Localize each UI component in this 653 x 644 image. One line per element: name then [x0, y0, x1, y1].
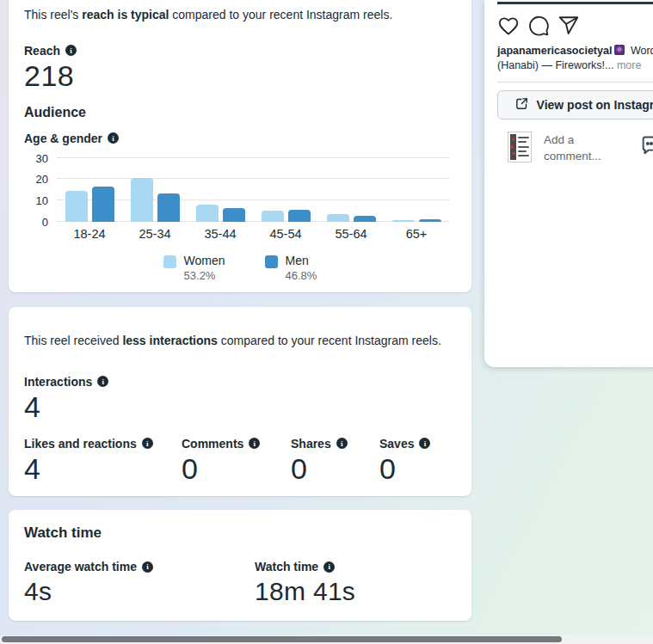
reach-label: Reach	[24, 44, 60, 58]
share-icon	[558, 15, 580, 37]
y-tick-label: 10	[36, 193, 48, 206]
bar-group-45-54	[253, 158, 318, 222]
legend-men: Men 46.8%	[265, 254, 317, 282]
x-tick-label: 35-44	[188, 227, 253, 241]
video-bottom-edge	[497, 2, 653, 4]
chart-y-axis: 0102030	[24, 158, 57, 222]
saves-metric: Savesi 0	[379, 437, 456, 485]
avatar-art	[510, 134, 516, 160]
comments-metric: Commentsi 0	[182, 437, 291, 485]
interactions-label-row: Interactions i	[24, 375, 456, 389]
avg-watch-time-metric: Average watch timei 4s	[24, 560, 255, 606]
legend-women: Women 53.2%	[163, 254, 225, 282]
x-tick-label: 25-34	[122, 227, 188, 241]
y-tick-label: 30	[36, 151, 48, 164]
chart-x-labels: 18-2425-3435-4445-5455-6465+	[57, 227, 449, 241]
post-username[interactable]: japanamericasocietyal	[497, 45, 612, 57]
avg-watch-time-value: 4s	[24, 577, 255, 606]
bar-men-45-54	[288, 210, 311, 222]
interactions-value: 4	[24, 391, 456, 423]
shares-value: 0	[291, 453, 379, 485]
total-watch-time-value: 18m 41s	[255, 577, 355, 606]
saves-label: Saves	[379, 437, 414, 451]
info-icon[interactable]: i	[108, 132, 119, 144]
y-tick-label: 20	[36, 173, 48, 186]
chart-plot	[57, 158, 449, 222]
reach-summary: This reel's reach is typical compared to…	[24, 7, 456, 23]
bar-group-18-24	[57, 158, 122, 222]
bar-women-18-24	[65, 191, 88, 222]
view-post-button[interactable]: View post on Instagram	[497, 90, 653, 120]
bar-group-35-44	[188, 158, 253, 222]
bar-women-25-34	[131, 178, 153, 222]
likes-label: Likes and reactions	[24, 437, 137, 451]
watch-time-row: Average watch timei 4s Watch timei 18m 4…	[24, 560, 456, 606]
bar-men-65+	[419, 219, 441, 222]
x-tick-label: 45-54	[253, 227, 318, 241]
y-tick-label: 0	[42, 215, 48, 228]
post-preview-panel: japanamericasocietyal Word of t (Hanabi)…	[484, 0, 653, 367]
legend-women-label: Women	[184, 254, 225, 267]
interactions-label: Interactions	[24, 375, 92, 389]
audience-heading: Audience	[24, 105, 456, 120]
x-tick-label: 18-24	[57, 227, 122, 241]
x-tick-label: 65+	[384, 227, 449, 241]
info-icon[interactable]: i	[142, 438, 153, 449]
comments-label: Comments	[182, 437, 243, 451]
shares-label: Shares	[291, 437, 331, 451]
chart-groups	[57, 158, 449, 222]
bar-group-55-64	[318, 158, 384, 222]
info-icon[interactable]: i	[97, 376, 108, 387]
horizontal-scrollbar	[0, 635, 653, 644]
bar-women-45-54	[262, 211, 284, 222]
comment-bubble-dots-icon	[639, 134, 653, 162]
bar-men-18-24	[92, 187, 114, 221]
avatar-text-lines	[518, 134, 529, 160]
legend-women-pct: 53.2%	[184, 269, 225, 282]
total-watch-time-label: Watch time	[255, 560, 318, 573]
reach-label-row: Reach i	[24, 44, 456, 58]
post-caption: japanamericasocietyal Word of t (Hanabi)…	[497, 44, 653, 73]
info-icon[interactable]: i	[323, 561, 335, 573]
bar-group-25-34	[122, 158, 188, 222]
interactions-card: This reel received less interactions com…	[9, 307, 471, 496]
comment-icon	[527, 15, 550, 37]
saves-value: 0	[379, 453, 456, 485]
chart-legend: Women 53.2% Men 46.8%	[24, 254, 456, 282]
caption-line1: japanamericasocietyal Word of t	[497, 44, 653, 58]
caption-line2: (Hanabi) — Fireworks!... more	[497, 58, 653, 73]
bar-women-65+	[392, 220, 415, 222]
bar-men-35-44	[223, 208, 245, 222]
commenter-avatar	[508, 132, 532, 163]
x-tick-label: 55-64	[318, 227, 384, 241]
comments-value: 0	[182, 453, 291, 485]
watch-time-heading: Watch time	[24, 524, 456, 542]
caption-more-link[interactable]: more	[617, 59, 641, 71]
women-swatch	[163, 255, 176, 268]
horizontal-scrollbar-thumb[interactable]	[2, 636, 562, 642]
post-action-row	[497, 15, 653, 37]
info-icon[interactable]: i	[336, 438, 348, 449]
info-icon[interactable]: i	[65, 45, 77, 56]
add-comment-field[interactable]: Add a comment...	[544, 132, 611, 165]
age-gender-label: Age & gender	[24, 132, 102, 145]
watch-time-card: Watch time Average watch timei 4s Watch …	[9, 510, 471, 621]
reach-card: This reel's reach is typical compared to…	[9, 0, 471, 292]
legend-men-pct: 46.8%	[286, 269, 317, 282]
info-icon[interactable]: i	[249, 438, 260, 449]
interactions-metrics-row: Likes and reactionsi 4 Commentsi 0 Share…	[24, 437, 456, 485]
bar-women-55-64	[327, 214, 349, 222]
bar-men-55-64	[354, 216, 376, 221]
heart-icon	[497, 15, 520, 37]
info-icon[interactable]: i	[142, 561, 153, 573]
info-icon[interactable]: i	[419, 438, 430, 449]
legend-men-label: Men	[286, 254, 317, 267]
fireworks-emoji	[614, 45, 625, 55]
bar-women-35-44	[196, 205, 219, 221]
age-gender-label-row: Age & gender i	[24, 132, 456, 145]
bar-men-25-34	[157, 193, 180, 222]
comment-row: Add a comment...	[508, 132, 653, 165]
external-link-icon	[514, 96, 529, 113]
avg-watch-time-label: Average watch time	[24, 560, 137, 573]
total-watch-time-metric: Watch timei 18m 41s	[255, 560, 355, 606]
